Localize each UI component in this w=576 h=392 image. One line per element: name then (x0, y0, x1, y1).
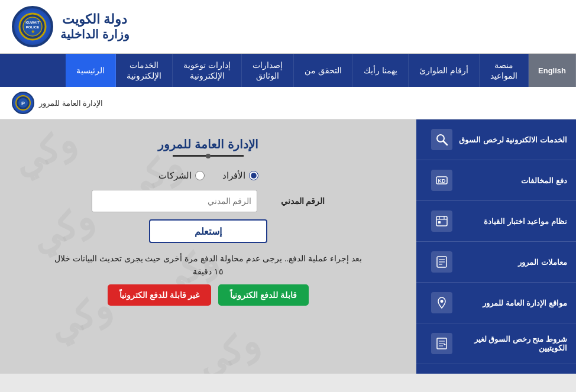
svg-line-9 (444, 141, 447, 145)
civil-number-label: الرقم المدني (266, 196, 325, 206)
radio-individuals-input[interactable] (249, 171, 258, 180)
not-eligible-button[interactable]: غير قابلة للدفع الكترونياً (108, 284, 212, 306)
nav-platform[interactable]: منصةالمواعيد (480, 54, 529, 87)
page-title: الإدارة العامة للمرور (24, 137, 393, 151)
radio-companies-input[interactable] (195, 171, 205, 180)
sidebar-item-driving-test[interactable]: نظام مواعيد اختبار القيادة (416, 201, 576, 242)
svg-text:P: P (21, 101, 25, 106)
radio-individuals-label: الأفراد (222, 170, 245, 181)
svg-text:KD: KD (438, 178, 446, 184)
svg-rect-16 (438, 221, 441, 223)
sidebar-item-traffic-label: معاملات المرور (452, 258, 567, 267)
sidebar-item-traffic[interactable]: معاملات المرور (416, 242, 576, 283)
sidebar: الخدمات الالكترونية لرخص السوق دفع المخا… (416, 119, 576, 374)
main-area: الخدمات الالكترونية لرخص السوق دفع المخا… (0, 119, 576, 374)
form-section: الأفراد الشركات الرقم المدني إستعلم (24, 170, 393, 243)
sidebar-item-locations[interactable]: مواقع الإدارة العامة للمرور (416, 283, 576, 323)
header-line2: وزارة الداخلية (60, 27, 130, 41)
nav-emergency[interactable]: أرقام الطوارئ (409, 54, 480, 87)
svg-point-21 (441, 300, 444, 303)
action-buttons: قابلة للدفع الكترونياً غير قابلة للدفع ا… (24, 284, 393, 306)
header-logo-area: دولة الكويت وزارة الداخلية KUWAIT POLICE… (12, 6, 130, 47)
notice-text: بعد إجراء عملية الدفع.. يرجى عدم محاولة … (24, 252, 393, 278)
header-line1: دولة الكويت (60, 12, 130, 27)
english-language-button[interactable]: English (529, 54, 576, 87)
sidebar-non-kuwaiti-icon (431, 333, 452, 354)
sidebar-fines-icon: KD (431, 170, 452, 191)
notice-duration: ١٥ دقيقة (193, 267, 224, 276)
nav-publications[interactable]: إصداراتالوثائق (242, 54, 294, 87)
radio-group: الأفراد الشركات (24, 170, 393, 181)
sidebar-license-icon (431, 129, 452, 150)
sidebar-item-non-kuwaiti-label: شروط منح رخص السوق لغير الكويتيين (452, 335, 567, 352)
radio-companies[interactable]: الشركات (158, 170, 205, 181)
sidebar-item-non-kuwaiti[interactable]: شروط منح رخص السوق لغير الكويتيين (416, 323, 576, 364)
police-badge-icon: KUWAIT POLICE ★ (12, 6, 53, 47)
page-title-section: الإدارة العامة للمرور (24, 137, 393, 158)
svg-text:KUWAIT: KUWAIT (25, 21, 40, 24)
submit-button[interactable]: إستعلم (149, 219, 267, 243)
nav-opinion[interactable]: يهمنا رأيك (353, 54, 409, 87)
sidebar-item-locations-label: مواقع الإدارة العامة للمرور (452, 299, 567, 307)
sidebar-driving-icon (431, 210, 452, 232)
radio-individuals[interactable]: الأفراد (222, 170, 258, 181)
radio-companies-label: الشركات (158, 170, 192, 181)
sidebar-item-license-label: الخدمات الالكترونية لرخص السوق (452, 135, 567, 144)
breadcrumb-text: الإدارة العامة للمرور (39, 99, 103, 108)
nav-services[interactable]: الخدماتالإلكترونية (116, 54, 173, 87)
civil-number-input[interactable] (92, 190, 257, 212)
svg-rect-12 (436, 216, 447, 226)
header: دولة الكويت وزارة الداخلية KUWAIT POLICE… (0, 0, 576, 54)
content-area: وكي وكي وكي وكي وكي وكي الإدارة العامة ل… (0, 119, 416, 374)
svg-text:★: ★ (31, 29, 35, 34)
sidebar-item-license[interactable]: الخدمات الالكترونية لرخص السوق (416, 119, 576, 160)
eligible-button[interactable]: قابلة للدفع الكترونياً (218, 284, 309, 306)
nav-awareness[interactable]: إدارات توعويةالإلكترونية (173, 54, 242, 87)
nav-home[interactable]: الرئيسية (66, 54, 116, 87)
breadcrumb-badge-icon: P (12, 92, 34, 114)
sidebar-traffic-icon (431, 251, 452, 273)
navbar: English منصةالمواعيد أرقام الطوارئ يهمنا… (0, 54, 576, 87)
sidebar-item-fines[interactable]: دفع المخالفات KD (416, 160, 576, 201)
civil-number-row: الرقم المدني (24, 190, 393, 212)
sidebar-item-driving-label: نظام مواعيد اختبار القيادة (452, 217, 567, 226)
sidebar-item-fines-label: دفع المخالفات (452, 176, 567, 185)
sidebar-locations-icon (431, 292, 452, 313)
title-dot (206, 154, 211, 158)
breadcrumb: الإدارة العامة للمرور P (0, 87, 576, 119)
nav-verify[interactable]: التحقق من (294, 54, 353, 87)
header-title: دولة الكويت وزارة الداخلية (60, 12, 130, 41)
